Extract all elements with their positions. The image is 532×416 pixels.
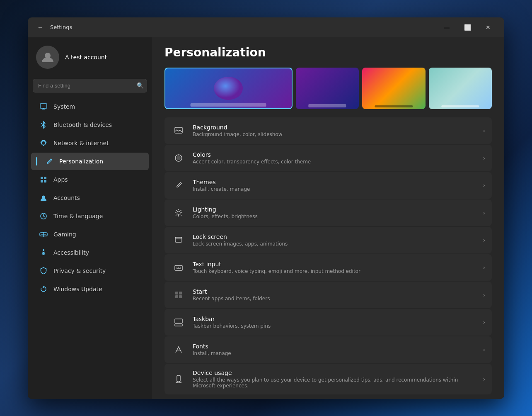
- wallpaper-main[interactable]: [164, 68, 293, 109]
- lighting-text: Lighting Colors, effects, brightness: [193, 206, 476, 219]
- title-bar-left: ← Settings: [34, 22, 72, 33]
- deviceusage-text: Device usage Select all the ways you pla…: [193, 370, 476, 389]
- settings-item-background[interactable]: Background Background image, color, slid…: [164, 117, 492, 144]
- fonts-icon: [171, 342, 186, 357]
- sidebar-item-personalization[interactable]: Personalization: [31, 153, 149, 170]
- svg-line-3: [41, 125, 44, 127]
- wallpaper-strip: [164, 68, 492, 109]
- sidebar-item-bluetooth-label: Bluetooth & devices: [53, 122, 112, 128]
- svg-rect-21: [175, 295, 178, 298]
- update-icon: [39, 285, 48, 293]
- svg-rect-1: [40, 104, 47, 108]
- maximize-button[interactable]: ⬜: [458, 21, 477, 34]
- avatar-icon: [36, 46, 59, 69]
- taskbar-subtitle: Taskbar behaviors, system pins: [193, 323, 476, 329]
- window-title: Settings: [50, 24, 72, 30]
- themes-title: Themes: [193, 179, 476, 185]
- textinput-icon: [171, 260, 186, 275]
- svg-rect-6: [44, 177, 46, 179]
- back-button[interactable]: ←: [34, 22, 46, 33]
- sidebar-item-apps[interactable]: Apps: [31, 171, 149, 188]
- wallpaper-thumb-2-taskbar: [375, 105, 413, 107]
- settings-item-start[interactable]: Start Recent apps and items, folders ›: [164, 282, 492, 308]
- taskbar-chevron: ›: [483, 319, 485, 326]
- colors-chevron: ›: [483, 155, 485, 161]
- svg-rect-22: [179, 295, 182, 298]
- privacy-icon: [39, 267, 48, 275]
- settings-item-themes[interactable]: Themes Install, create, manage ›: [164, 172, 492, 199]
- deviceusage-chevron: ›: [483, 376, 485, 382]
- close-button[interactable]: ✕: [479, 21, 498, 34]
- sidebar: A test account 🔍 System: [28, 37, 152, 399]
- textinput-subtitle: Touch keyboard, voice typing, emoji and …: [193, 268, 476, 274]
- colors-title: Colors: [193, 151, 476, 158]
- sidebar-item-update[interactable]: Windows Update: [31, 280, 149, 298]
- sidebar-item-accounts[interactable]: Accounts: [31, 189, 149, 207]
- system-icon: [39, 102, 48, 111]
- sidebar-item-personalization-label: Personalization: [59, 158, 103, 165]
- start-subtitle: Recent apps and items, folders: [193, 296, 476, 302]
- wallpaper-thumb-1-taskbar: [308, 104, 346, 107]
- title-bar: ← Settings — ⬜ ✕: [28, 17, 504, 37]
- lockscreen-text: Lock screen Lock screen images, apps, an…: [193, 234, 476, 247]
- wallpaper-thumb-2[interactable]: [362, 68, 425, 109]
- sidebar-item-accessibility[interactable]: Accessibility: [31, 244, 149, 261]
- textinput-chevron: ›: [483, 264, 485, 271]
- textinput-title: Text input: [193, 261, 476, 268]
- fonts-title: Fonts: [193, 343, 476, 350]
- sidebar-item-network[interactable]: Network & internet: [31, 134, 149, 152]
- taskbar-icon: [171, 315, 186, 330]
- themes-text: Themes Install, create, manage: [193, 179, 476, 192]
- wallpaper-taskbar: [191, 103, 266, 107]
- wallpaper-thumb-3[interactable]: [429, 68, 492, 109]
- accessibility-icon: [39, 248, 48, 257]
- sidebar-item-time-label: Time & language: [53, 213, 103, 219]
- start-icon: [171, 287, 186, 302]
- taskbar-text: Taskbar Taskbar behaviors, system pins: [193, 316, 476, 329]
- search-icon[interactable]: 🔍: [137, 82, 144, 89]
- sidebar-item-update-label: Windows Update: [53, 286, 102, 292]
- colors-subtitle: Accent color, transparency effects, colo…: [193, 159, 476, 165]
- svg-point-4: [43, 144, 44, 146]
- settings-item-colors[interactable]: Colors Accent color, transparency effect…: [164, 145, 492, 171]
- settings-list: Background Background image, color, slid…: [164, 117, 492, 394]
- settings-item-taskbar[interactable]: Taskbar Taskbar behaviors, system pins ›: [164, 309, 492, 336]
- user-section[interactable]: A test account: [28, 37, 152, 77]
- deviceusage-icon: [171, 372, 186, 387]
- wallpaper-thumb-1[interactable]: [296, 68, 359, 109]
- time-icon: [39, 212, 48, 220]
- avatar: [36, 46, 59, 69]
- svg-rect-20: [179, 292, 182, 294]
- svg-rect-19: [175, 292, 178, 294]
- sidebar-item-accessibility-label: Accessibility: [53, 249, 89, 256]
- sidebar-item-time[interactable]: Time & language: [31, 207, 149, 225]
- sidebar-item-gaming-label: Gaming: [53, 231, 76, 238]
- lighting-icon: [171, 205, 186, 220]
- bluetooth-icon: [39, 121, 48, 129]
- search-input[interactable]: [33, 79, 147, 92]
- active-indicator: [36, 157, 37, 165]
- settings-item-deviceusage[interactable]: Device usage Select all the ways you pla…: [164, 364, 492, 394]
- settings-item-lockscreen[interactable]: Lock screen Lock screen images, apps, an…: [164, 227, 492, 253]
- sidebar-item-bluetooth[interactable]: Bluetooth & devices: [31, 116, 149, 134]
- gaming-icon: [39, 230, 48, 238]
- taskbar-title: Taskbar: [193, 316, 476, 322]
- sidebar-item-privacy[interactable]: Privacy & security: [31, 262, 149, 280]
- minimize-button[interactable]: —: [437, 21, 456, 34]
- themes-subtitle: Install, create, manage: [193, 186, 476, 192]
- settings-window: ← Settings — ⬜ ✕ A test: [28, 17, 504, 399]
- svg-rect-7: [41, 180, 43, 182]
- svg-point-16: [177, 211, 180, 214]
- sidebar-item-accounts-label: Accounts: [53, 195, 80, 201]
- sidebar-item-system[interactable]: System: [31, 98, 149, 115]
- sidebar-item-gaming[interactable]: Gaming: [31, 226, 149, 243]
- sidebar-item-network-label: Network & internet: [53, 140, 109, 146]
- wallpaper-thumb-3-taskbar: [441, 105, 479, 107]
- settings-item-fonts[interactable]: Fonts Install, manage ›: [164, 336, 492, 363]
- background-icon: [171, 123, 186, 138]
- settings-item-lighting[interactable]: Lighting Colors, effects, brightness ›: [164, 199, 492, 226]
- lockscreen-subtitle: Lock screen images, apps, animations: [193, 241, 476, 247]
- settings-item-textinput[interactable]: Text input Touch keyboard, voice typing,…: [164, 254, 492, 281]
- fonts-text: Fonts Install, manage: [193, 343, 476, 356]
- lighting-subtitle: Colors, effects, brightness: [193, 214, 476, 219]
